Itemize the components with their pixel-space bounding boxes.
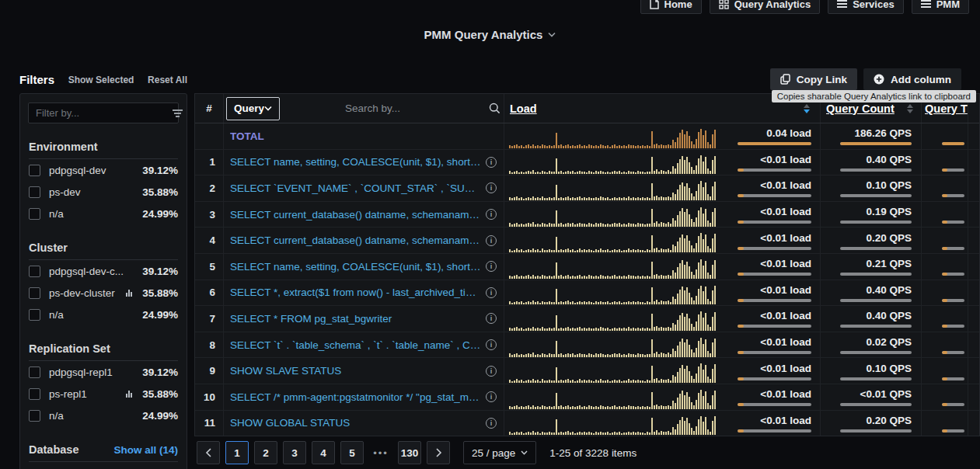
next-page-button[interactable] bbox=[427, 441, 450, 464]
filter-item[interactable]: ps-repl135.88% bbox=[29, 383, 178, 405]
nav-services-button[interactable]: Services bbox=[828, 0, 904, 14]
total-link[interactable]: TOTAL bbox=[230, 130, 504, 142]
filter-checkbox[interactable] bbox=[29, 287, 40, 299]
filter-item-label: ps-dev bbox=[49, 186, 134, 198]
show-all-link[interactable]: Show all (14) bbox=[113, 444, 178, 456]
page-button[interactable]: 2 bbox=[254, 441, 277, 464]
query-count-value: 0.40 QPS bbox=[866, 309, 912, 322]
add-column-button[interactable]: Add column bbox=[863, 68, 961, 90]
load-sparkline bbox=[509, 388, 717, 409]
page-title[interactable]: PMM Query Analytics bbox=[424, 28, 556, 41]
reset-all-link[interactable]: Reset All bbox=[148, 75, 187, 85]
nav-query-analytics-button[interactable]: Query Analytics bbox=[710, 0, 821, 14]
info-icon[interactable]: i bbox=[486, 366, 497, 377]
load-value: <0.01 load bbox=[760, 283, 811, 297]
query-link[interactable]: SELECT current_database() datname, schem… bbox=[230, 234, 481, 246]
filter-section: Replication Setpdpgsql-repl139.12%ps-rep… bbox=[20, 342, 187, 426]
query-count-bar bbox=[840, 168, 912, 172]
query-link[interactable]: SELECT name, setting, COALESCE(unit, $1)… bbox=[230, 156, 481, 168]
filter-item[interactable]: n/a24.99% bbox=[29, 203, 178, 224]
filter-item[interactable]: ps-dev35.88% bbox=[29, 181, 178, 203]
nav-label: PMM bbox=[936, 0, 960, 10]
table-row: 2SELECT `EVENT_NAME` , `COUNT_STAR` , `S… bbox=[195, 175, 979, 202]
query-link[interactable]: SELECT current_database() datname, schem… bbox=[230, 209, 481, 221]
query-time-bar bbox=[942, 247, 964, 250]
sort-icon[interactable] bbox=[804, 104, 810, 113]
copy-link-tooltip: Copies sharable Query Analytics link to … bbox=[772, 90, 976, 102]
nav-pmm-button[interactable]: PMM bbox=[912, 0, 969, 14]
load-sparkline bbox=[509, 310, 717, 331]
load-value: <0.01 load bbox=[760, 257, 811, 270]
filter-item-label: n/a bbox=[49, 410, 134, 422]
load-bar bbox=[738, 194, 811, 197]
filter-checkbox[interactable] bbox=[29, 165, 40, 176]
query-link[interactable]: SHOW SLAVE STATUS bbox=[230, 365, 481, 377]
page-button[interactable]: 130 bbox=[398, 441, 421, 464]
filter-search-field[interactable] bbox=[28, 102, 179, 123]
info-icon[interactable]: i bbox=[486, 182, 497, 193]
query-analytics-table: # Query Load Query Count Query bbox=[194, 93, 980, 436]
page-button[interactable]: 4 bbox=[312, 441, 335, 464]
query-link[interactable]: SHOW GLOBAL STATUS bbox=[230, 417, 481, 429]
query-count-value: 0.02 QPS bbox=[866, 335, 912, 349]
search-icon bbox=[489, 102, 500, 114]
info-icon[interactable]: i bbox=[486, 418, 497, 429]
page-button[interactable]: 3 bbox=[283, 441, 306, 464]
load-sparkline bbox=[509, 127, 717, 148]
info-icon[interactable]: i bbox=[486, 209, 497, 220]
info-icon[interactable]: i bbox=[486, 235, 497, 246]
page-size-select[interactable]: 25 / page bbox=[463, 441, 536, 464]
filter-checkbox[interactable] bbox=[29, 208, 40, 220]
query-time-column-header[interactable]: Query T bbox=[925, 102, 968, 115]
info-icon[interactable]: i bbox=[486, 339, 497, 350]
filter-search-input[interactable] bbox=[36, 107, 173, 119]
filter-item[interactable]: pdpgsql-repl139.12% bbox=[29, 361, 178, 383]
filter-section: Clusterpdpgsql-dev-c...39.12%ps-dev-clus… bbox=[20, 241, 187, 325]
toolbar: Copy Link Add column bbox=[770, 68, 961, 90]
sort-icon[interactable] bbox=[907, 104, 913, 113]
load-bar bbox=[738, 299, 811, 302]
nav-home-button[interactable]: Home bbox=[640, 0, 702, 14]
filter-checkbox[interactable] bbox=[29, 410, 40, 422]
filter-section-title: Environment bbox=[29, 141, 98, 153]
show-selected-link[interactable]: Show Selected bbox=[68, 75, 134, 85]
table-row: 4SELECT current_database() datname, sche… bbox=[195, 228, 979, 254]
filter-section-title: Database bbox=[29, 443, 78, 456]
query-count-column-header[interactable]: Query Count bbox=[826, 102, 895, 115]
load-bar bbox=[738, 273, 811, 276]
load-bar bbox=[738, 377, 811, 380]
filter-item[interactable]: ps-dev-cluster35.88% bbox=[29, 282, 178, 304]
page-button[interactable]: 5 bbox=[340, 441, 364, 464]
query-link[interactable]: SELECT * FROM pg_stat_bgwriter bbox=[230, 313, 481, 325]
filter-item[interactable]: n/a24.99% bbox=[29, 405, 178, 426]
query-link[interactable]: SELECT `EVENT_NAME` , `COUNT_STAR` , `SU… bbox=[230, 182, 481, 194]
info-icon[interactable]: i bbox=[486, 157, 497, 168]
query-link[interactable]: SELECT *, extract($1 from now() - last_a… bbox=[230, 287, 481, 298]
copy-link-button[interactable]: Copy Link bbox=[770, 68, 857, 90]
info-icon[interactable]: i bbox=[486, 391, 497, 402]
filter-checkbox[interactable] bbox=[29, 367, 40, 378]
page-button[interactable]: 1 bbox=[225, 441, 249, 464]
query-link[interactable]: SELECT name, setting, COALESCE(unit, $1)… bbox=[230, 261, 481, 273]
load-value: <0.01 load bbox=[760, 309, 811, 322]
filter-checkbox[interactable] bbox=[29, 266, 40, 277]
query-link[interactable]: SELECT /* pmm-agent:pgstatmonitor */ "pg… bbox=[230, 391, 481, 403]
info-icon[interactable]: i bbox=[486, 261, 497, 272]
info-icon[interactable]: i bbox=[486, 313, 497, 324]
query-count-value: 186.26 QPS bbox=[854, 127, 912, 140]
filter-item[interactable]: pdpgsql-dev-c...39.12% bbox=[29, 260, 178, 282]
filter-checkbox[interactable] bbox=[29, 388, 40, 400]
load-sparkline bbox=[509, 414, 717, 435]
query-count-value: 0.20 QPS bbox=[866, 414, 912, 427]
load-column-header[interactable]: Load bbox=[510, 102, 537, 115]
filter-checkbox[interactable] bbox=[29, 186, 40, 198]
previous-page-button[interactable] bbox=[197, 441, 220, 464]
filter-checkbox[interactable] bbox=[29, 309, 40, 321]
filter-item[interactable]: n/a24.99% bbox=[29, 304, 178, 325]
search-input[interactable] bbox=[283, 102, 483, 114]
filter-item[interactable]: pdpgsql-dev39.12% bbox=[29, 159, 178, 181]
load-sparkline bbox=[509, 258, 717, 279]
info-icon[interactable]: i bbox=[486, 287, 497, 298]
query-dimension-select[interactable]: Query bbox=[226, 97, 280, 120]
query-link[interactable]: SELECT `t` . `table_schema` , `t` . `tab… bbox=[230, 339, 481, 351]
